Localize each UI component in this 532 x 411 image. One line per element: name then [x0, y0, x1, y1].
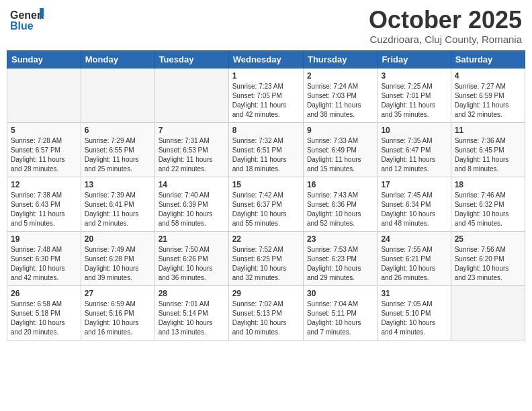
- page-header: General Blue October 2025 Cuzdrioara, Cl…: [7, 7, 525, 45]
- calendar-cell: 17Sunrise: 7:45 AMSunset: 6:34 PMDayligh…: [378, 177, 451, 231]
- day-number: 28: [159, 289, 225, 298]
- day-number: 31: [381, 289, 447, 298]
- weekday-header: Friday: [378, 50, 451, 68]
- svg-text:Blue: Blue: [10, 20, 34, 32]
- day-info: Sunrise: 7:55 AMSunset: 6:21 PMDaylight:…: [381, 245, 447, 283]
- day-number: 15: [232, 180, 300, 189]
- day-number: 7: [159, 126, 225, 135]
- day-info: Sunrise: 7:53 AMSunset: 6:23 PMDaylight:…: [307, 245, 373, 283]
- day-info: Sunrise: 7:50 AMSunset: 6:26 PMDaylight:…: [159, 245, 225, 283]
- calendar-cell: 25Sunrise: 7:56 AMSunset: 6:20 PMDayligh…: [451, 231, 525, 285]
- title-section: October 2025 Cuzdrioara, Cluj County, Ro…: [369, 7, 522, 45]
- calendar-cell: [81, 68, 154, 122]
- day-number: 21: [159, 234, 225, 244]
- day-info: Sunrise: 7:02 AMSunset: 5:13 PMDaylight:…: [232, 300, 300, 337]
- calendar-cell: 26Sunrise: 6:58 AMSunset: 5:18 PMDayligh…: [7, 285, 81, 340]
- day-number: 8: [232, 126, 300, 135]
- day-number: 29: [232, 289, 300, 298]
- day-info: Sunrise: 7:05 AMSunset: 5:10 PMDaylight:…: [381, 300, 447, 337]
- calendar-cell: 2Sunrise: 7:24 AMSunset: 7:03 PMDaylight…: [303, 68, 377, 122]
- logo: General Blue: [10, 7, 44, 34]
- day-number: 6: [85, 126, 151, 135]
- day-info: Sunrise: 6:58 AMSunset: 5:18 PMDaylight:…: [11, 300, 77, 337]
- day-info: Sunrise: 7:46 AMSunset: 6:32 PMDaylight:…: [455, 191, 521, 228]
- day-info: Sunrise: 7:27 AMSunset: 6:59 PMDaylight:…: [455, 82, 521, 120]
- calendar-cell: 5Sunrise: 7:28 AMSunset: 6:57 PMDaylight…: [7, 122, 81, 177]
- weekday-header-row: SundayMondayTuesdayWednesdayThursdayFrid…: [7, 50, 525, 68]
- day-number: 19: [11, 234, 77, 244]
- calendar-week-row: 26Sunrise: 6:58 AMSunset: 5:18 PMDayligh…: [7, 285, 525, 340]
- calendar-cell: 23Sunrise: 7:53 AMSunset: 6:23 PMDayligh…: [303, 231, 377, 285]
- calendar-cell: [451, 285, 525, 340]
- calendar-cell: 28Sunrise: 7:01 AMSunset: 5:14 PMDayligh…: [154, 285, 228, 340]
- calendar-cell: 22Sunrise: 7:52 AMSunset: 6:25 PMDayligh…: [228, 231, 303, 285]
- day-info: Sunrise: 7:33 AMSunset: 6:49 PMDaylight:…: [307, 136, 373, 174]
- day-number: 9: [307, 126, 373, 135]
- weekday-header: Monday: [81, 50, 154, 68]
- day-number: 20: [85, 234, 151, 244]
- location-subtitle: Cuzdrioara, Cluj County, Romania: [369, 34, 522, 45]
- calendar-cell: [7, 68, 81, 122]
- calendar-table: SundayMondayTuesdayWednesdayThursdayFrid…: [7, 50, 525, 340]
- svg-text:General: General: [10, 9, 44, 21]
- calendar-week-row: 12Sunrise: 7:38 AMSunset: 6:43 PMDayligh…: [7, 177, 525, 231]
- day-info: Sunrise: 7:28 AMSunset: 6:57 PMDaylight:…: [11, 136, 77, 174]
- day-number: 24: [381, 234, 447, 244]
- calendar-cell: 14Sunrise: 7:40 AMSunset: 6:39 PMDayligh…: [154, 177, 228, 231]
- day-info: Sunrise: 7:01 AMSunset: 5:14 PMDaylight:…: [159, 300, 225, 337]
- day-info: Sunrise: 7:39 AMSunset: 6:41 PMDaylight:…: [85, 191, 151, 228]
- calendar-cell: 1Sunrise: 7:23 AMSunset: 7:05 PMDaylight…: [228, 68, 303, 122]
- day-number: 3: [381, 71, 447, 81]
- day-info: Sunrise: 7:45 AMSunset: 6:34 PMDaylight:…: [381, 191, 447, 228]
- day-number: 14: [159, 180, 225, 189]
- weekday-header: Sunday: [7, 50, 81, 68]
- day-number: 4: [455, 71, 521, 81]
- day-info: Sunrise: 7:38 AMSunset: 6:43 PMDaylight:…: [11, 191, 77, 228]
- day-info: Sunrise: 7:40 AMSunset: 6:39 PMDaylight:…: [159, 191, 225, 228]
- day-number: 22: [232, 234, 300, 244]
- calendar-cell: 10Sunrise: 7:35 AMSunset: 6:47 PMDayligh…: [378, 122, 451, 177]
- calendar-cell: 19Sunrise: 7:48 AMSunset: 6:30 PMDayligh…: [7, 231, 81, 285]
- day-number: 17: [381, 180, 447, 189]
- day-number: 1: [232, 71, 300, 81]
- calendar-week-row: 1Sunrise: 7:23 AMSunset: 7:05 PMDaylight…: [7, 68, 525, 122]
- calendar-cell: 18Sunrise: 7:46 AMSunset: 6:32 PMDayligh…: [451, 177, 525, 231]
- day-info: Sunrise: 7:52 AMSunset: 6:25 PMDaylight:…: [232, 245, 300, 283]
- day-number: 27: [85, 289, 151, 298]
- calendar-cell: 7Sunrise: 7:31 AMSunset: 6:53 PMDaylight…: [154, 122, 228, 177]
- weekday-header: Wednesday: [228, 50, 303, 68]
- day-info: Sunrise: 7:36 AMSunset: 6:45 PMDaylight:…: [455, 136, 521, 174]
- day-info: Sunrise: 7:32 AMSunset: 6:51 PMDaylight:…: [232, 136, 300, 174]
- day-number: 5: [11, 126, 77, 135]
- calendar-cell: 12Sunrise: 7:38 AMSunset: 6:43 PMDayligh…: [7, 177, 81, 231]
- day-info: Sunrise: 7:25 AMSunset: 7:01 PMDaylight:…: [381, 82, 447, 120]
- day-number: 12: [11, 180, 77, 189]
- day-info: Sunrise: 7:31 AMSunset: 6:53 PMDaylight:…: [159, 136, 225, 174]
- calendar-cell: 9Sunrise: 7:33 AMSunset: 6:49 PMDaylight…: [303, 122, 377, 177]
- calendar-cell: 13Sunrise: 7:39 AMSunset: 6:41 PMDayligh…: [81, 177, 154, 231]
- calendar-cell: [154, 68, 228, 122]
- day-number: 18: [455, 180, 521, 189]
- day-info: Sunrise: 7:04 AMSunset: 5:11 PMDaylight:…: [307, 300, 373, 337]
- day-info: Sunrise: 7:43 AMSunset: 6:36 PMDaylight:…: [307, 191, 373, 228]
- weekday-header: Saturday: [451, 50, 525, 68]
- day-number: 2: [307, 71, 373, 81]
- day-number: 26: [11, 289, 77, 298]
- day-number: 16: [307, 180, 373, 189]
- day-number: 11: [455, 126, 521, 135]
- day-info: Sunrise: 7:42 AMSunset: 6:37 PMDaylight:…: [232, 191, 300, 228]
- day-info: Sunrise: 7:35 AMSunset: 6:47 PMDaylight:…: [381, 136, 447, 174]
- day-info: Sunrise: 7:29 AMSunset: 6:55 PMDaylight:…: [85, 136, 151, 174]
- calendar-cell: 21Sunrise: 7:50 AMSunset: 6:26 PMDayligh…: [154, 231, 228, 285]
- weekday-header: Thursday: [303, 50, 377, 68]
- day-info: Sunrise: 7:49 AMSunset: 6:28 PMDaylight:…: [85, 245, 151, 283]
- calendar-cell: 3Sunrise: 7:25 AMSunset: 7:01 PMDaylight…: [378, 68, 451, 122]
- day-info: Sunrise: 7:48 AMSunset: 6:30 PMDaylight:…: [11, 245, 77, 283]
- day-number: 10: [381, 126, 447, 135]
- calendar-cell: 20Sunrise: 7:49 AMSunset: 6:28 PMDayligh…: [81, 231, 154, 285]
- weekday-header: Tuesday: [154, 50, 228, 68]
- day-number: 30: [307, 289, 373, 298]
- calendar-cell: 16Sunrise: 7:43 AMSunset: 6:36 PMDayligh…: [303, 177, 377, 231]
- calendar-cell: 30Sunrise: 7:04 AMSunset: 5:11 PMDayligh…: [303, 285, 377, 340]
- calendar-cell: 6Sunrise: 7:29 AMSunset: 6:55 PMDaylight…: [81, 122, 154, 177]
